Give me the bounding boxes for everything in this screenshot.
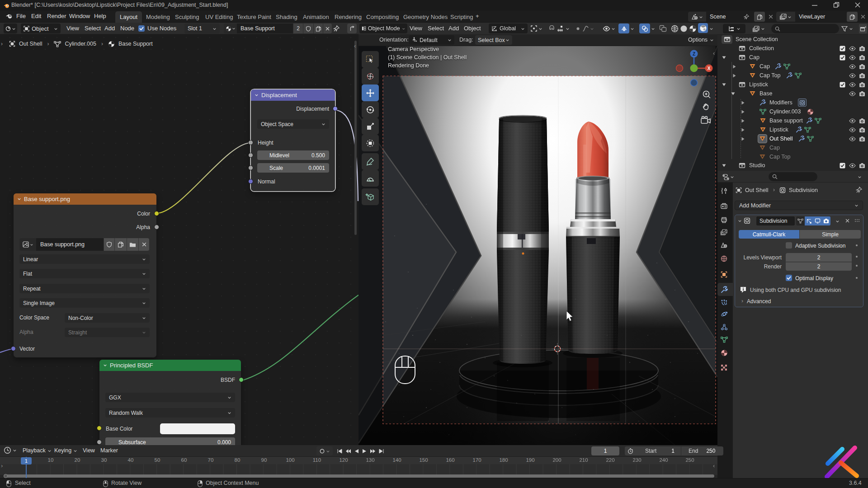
- svg-text:Z: Z: [693, 52, 695, 56]
- svg-text:X: X: [708, 66, 711, 71]
